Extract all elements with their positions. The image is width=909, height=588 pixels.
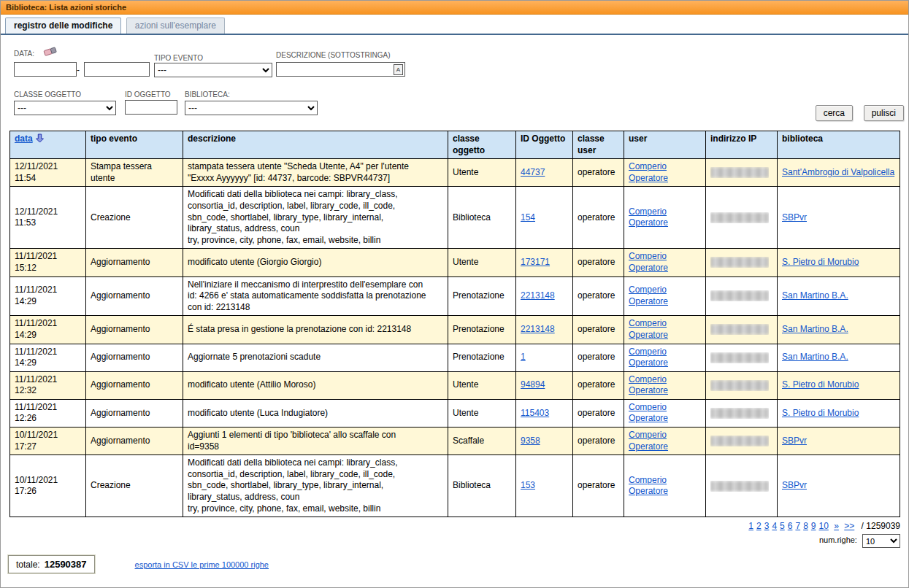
page-link-7[interactable]: 7 bbox=[795, 521, 800, 531]
user-link[interactable]: Comperio Operatore bbox=[629, 161, 668, 183]
user-link[interactable]: Comperio Operatore bbox=[629, 347, 668, 368]
page-link-6[interactable]: 6 bbox=[788, 521, 793, 531]
biblioteca-link[interactable]: S. Pietro di Morubio bbox=[782, 257, 859, 267]
cell-classe-oggetto: Utente bbox=[448, 371, 516, 399]
cell-biblioteca: San Martino B.A. bbox=[778, 344, 900, 371]
user-link[interactable]: Comperio Operatore bbox=[629, 402, 668, 424]
export-csv-link[interactable]: esporta in CSV le prime 100000 righe bbox=[135, 560, 269, 569]
tab-registro-delle-modifiche[interactable]: registro delle modifiche bbox=[5, 18, 121, 34]
date-to-input[interactable] bbox=[84, 62, 150, 77]
num-righe-select[interactable]: 10 bbox=[862, 534, 900, 548]
descrizione-label: DESCRIZIONE (SOTTOSTRINGA) bbox=[276, 51, 391, 59]
user-link[interactable]: Comperio Operatore bbox=[629, 251, 668, 273]
biblioteca-link[interactable]: SBPvr bbox=[782, 212, 807, 223]
user-link[interactable]: Comperio Operatore bbox=[629, 285, 668, 306]
id-oggetto-input[interactable] bbox=[125, 100, 177, 115]
user-link[interactable]: Comperio Operatore bbox=[629, 374, 668, 396]
biblioteca-link[interactable]: S. Pietro di Morubio bbox=[782, 408, 859, 418]
next-pages-link[interactable]: » bbox=[834, 521, 839, 531]
cell-classe-oggetto: Prenotazione bbox=[448, 316, 516, 344]
column-header-user: user bbox=[624, 131, 706, 159]
cell-indirizzo-ip bbox=[706, 316, 778, 344]
cell-classe-oggetto: Prenotazione bbox=[448, 276, 516, 316]
page-link-10[interactable]: 10 bbox=[819, 521, 829, 531]
user-link[interactable]: Comperio Operatore bbox=[629, 475, 668, 497]
cell-descrizione: stampata tessera utente "Scheda Utente, … bbox=[183, 159, 448, 187]
cell-id-oggetto: 153 bbox=[516, 455, 573, 517]
pagination: 12345678910 » >> / 1259039 bbox=[9, 521, 900, 531]
last-page-link[interactable]: >> bbox=[844, 521, 854, 531]
tipo-evento-select[interactable]: --- bbox=[154, 63, 272, 77]
cell-indirizzo-ip bbox=[706, 187, 778, 249]
cell-indirizzo-ip bbox=[706, 159, 778, 187]
table-row: 11/11/2021 12:26 Aggiornamento modificat… bbox=[10, 399, 900, 427]
cerca-button[interactable]: cerca bbox=[816, 105, 853, 121]
column-header-classe-oggetto: classe oggetto bbox=[448, 131, 516, 159]
id-oggetto-link[interactable]: 154 bbox=[521, 212, 535, 223]
cell-classe-user: operatore bbox=[573, 428, 624, 455]
biblioteca-link[interactable]: SBPvr bbox=[782, 480, 807, 490]
cell-user: Comperio Operatore bbox=[624, 276, 706, 316]
id-oggetto-link[interactable]: 153 bbox=[521, 480, 535, 490]
cell-tipo-evento: Creazione bbox=[86, 187, 183, 249]
cell-date: 12/11/2021 11:54 bbox=[10, 159, 86, 187]
cell-id-oggetto: 2213148 bbox=[516, 276, 573, 316]
date-from-input[interactable] bbox=[14, 62, 77, 77]
cell-user: Comperio Operatore bbox=[624, 371, 706, 399]
sort-by-data-link[interactable]: data bbox=[15, 134, 33, 144]
user-link[interactable]: Comperio Operatore bbox=[629, 318, 668, 340]
page-link-4[interactable]: 4 bbox=[772, 521, 777, 531]
page-link-2[interactable]: 2 bbox=[756, 521, 762, 531]
cell-user: Comperio Operatore bbox=[624, 159, 706, 187]
user-link[interactable]: Comperio Operatore bbox=[629, 206, 668, 228]
table-row: 11/11/2021 14:29 Aggiornamento Aggiornat… bbox=[10, 344, 900, 371]
cell-descrizione: Aggiornate 5 prenotazioni scadute bbox=[183, 344, 448, 371]
descrizione-input[interactable] bbox=[276, 62, 405, 77]
cell-date: 10/11/2021 17:26 bbox=[10, 455, 86, 517]
redacted-ip bbox=[710, 212, 769, 223]
redacted-ip bbox=[710, 352, 769, 363]
classe-oggetto-select[interactable]: --- bbox=[14, 101, 116, 115]
biblioteca-select[interactable]: --- bbox=[185, 101, 318, 115]
cell-indirizzo-ip bbox=[706, 428, 778, 455]
id-oggetto-link[interactable]: 94894 bbox=[521, 379, 545, 390]
biblioteca-link[interactable]: S. Pietro di Morubio bbox=[782, 379, 859, 390]
cell-id-oggetto: 2213148 bbox=[516, 316, 573, 344]
cell-biblioteca: Sant'Ambrogio di Valpolicella bbox=[778, 159, 900, 187]
page-link-1[interactable]: 1 bbox=[748, 521, 753, 531]
biblioteca-link[interactable]: SBPvr bbox=[782, 436, 807, 446]
cell-descrizione: modificato utente (Luca Indugiatore) bbox=[183, 399, 448, 427]
id-oggetto-link[interactable]: 115403 bbox=[521, 408, 549, 418]
page-link-3[interactable]: 3 bbox=[764, 521, 770, 531]
cell-classe-user: operatore bbox=[573, 399, 624, 427]
cell-tipo-evento: Aggiornamento bbox=[86, 399, 183, 427]
id-oggetto-link[interactable]: 44737 bbox=[521, 167, 545, 177]
page-link-5[interactable]: 5 bbox=[780, 521, 785, 531]
biblioteca-link[interactable]: San Martino B.A. bbox=[782, 290, 848, 301]
cell-user: Comperio Operatore bbox=[624, 344, 706, 371]
pulisci-button[interactable]: pulisci bbox=[864, 105, 904, 121]
biblioteca-link[interactable]: San Martino B.A. bbox=[782, 352, 848, 362]
cell-biblioteca: S. Pietro di Morubio bbox=[778, 249, 900, 276]
cell-descrizione: Modificati dati della biblioteca nei cam… bbox=[183, 187, 448, 249]
id-oggetto-link[interactable]: 173171 bbox=[521, 257, 550, 267]
id-oggetto-link[interactable]: 2213148 bbox=[521, 324, 555, 334]
cell-indirizzo-ip bbox=[706, 344, 778, 371]
page-link-9[interactable]: 9 bbox=[811, 521, 816, 531]
page-link-8[interactable]: 8 bbox=[803, 521, 808, 531]
eraser-icon[interactable] bbox=[43, 46, 58, 59]
tab-azioni-sull-esemplare[interactable]: azioni sull'esemplare bbox=[126, 18, 225, 34]
column-header-id-oggetto: ID Oggetto bbox=[516, 131, 573, 159]
id-oggetto-link[interactable]: 2213148 bbox=[521, 290, 555, 301]
cell-date: 11/11/2021 14:29 bbox=[10, 344, 86, 371]
biblioteca-link[interactable]: Sant'Ambrogio di Valpolicella bbox=[782, 167, 894, 177]
redacted-ip bbox=[710, 481, 769, 492]
id-oggetto-link[interactable]: 9358 bbox=[521, 436, 540, 446]
biblioteca-link[interactable]: San Martino B.A. bbox=[782, 324, 848, 334]
user-link[interactable]: Comperio Operatore bbox=[629, 430, 668, 452]
char-picker-icon[interactable]: A bbox=[394, 64, 403, 75]
id-oggetto-link[interactable]: 1 bbox=[521, 352, 526, 362]
cell-user: Comperio Operatore bbox=[624, 316, 706, 344]
sort-desc-icon[interactable] bbox=[35, 135, 45, 145]
redacted-ip bbox=[710, 436, 769, 446]
